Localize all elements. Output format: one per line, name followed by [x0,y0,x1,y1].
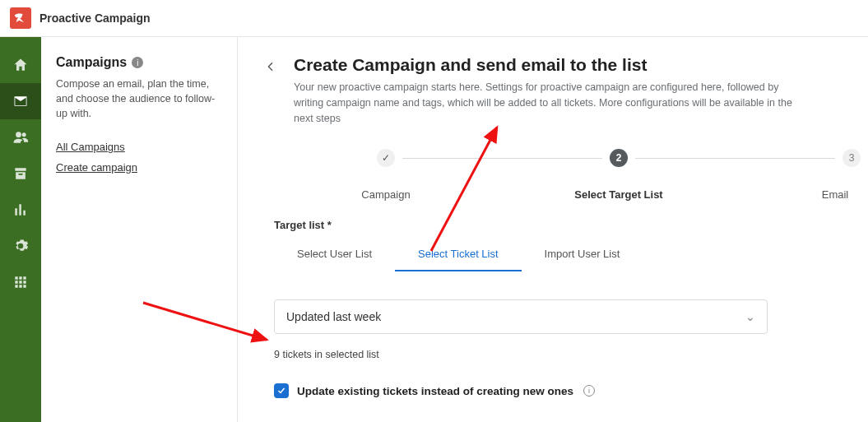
target-list-label: Target list * [274,219,868,231]
link-create-campaign[interactable]: Create campaign [56,161,222,174]
update-existing-checkbox[interactable] [274,383,289,398]
ticket-list-select[interactable]: Updated last week ⌄ [274,299,768,334]
page-title: Create Campaign and send email to the li… [294,55,800,75]
step-2[interactable]: 2 [610,149,628,167]
link-all-campaigns[interactable]: All Campaigns [56,141,222,153]
app-title: Proactive Campaign [39,12,151,25]
info-icon[interactable]: i [583,385,595,396]
nav-rail [0,37,41,422]
nav-apps[interactable] [0,264,41,300]
step-2-label: Select Target List [569,188,668,201]
nav-reports[interactable] [0,192,41,228]
step-1-label: Campaign [361,188,411,201]
app-logo [10,7,31,29]
chevron-down-icon: ⌄ [745,310,755,323]
top-bar: Proactive Campaign [0,0,868,37]
step-3-label: Email [819,188,852,201]
target-tabs: Select User List Select Ticket List Impo… [274,239,868,271]
side-desc: Compose an email, plan the time, and cho… [56,77,222,121]
ticket-list-value: Updated last week [286,310,381,323]
step-3[interactable]: 3 [842,149,861,167]
tab-select-user-list[interactable]: Select User List [274,239,395,271]
tab-import-user-list[interactable]: Import User List [522,239,643,271]
tab-select-ticket-list[interactable]: Select Ticket List [395,239,522,271]
side-panel: Campaigns i Compose an email, plan the t… [41,37,238,422]
nav-contacts[interactable] [0,119,41,155]
nav-settings[interactable] [0,228,41,264]
step-1[interactable]: ✓ [377,149,395,167]
main-content: Create Campaign and send email to the li… [238,37,868,422]
nav-home[interactable] [0,47,41,83]
nav-archive[interactable] [0,155,41,192]
side-title: Campaigns [56,55,127,70]
stepper: ✓ 2 3 [271,149,868,167]
nav-mail[interactable] [0,83,41,119]
page-description: Your new proactive campaign starts here.… [294,80,800,126]
back-chevron-icon[interactable] [262,58,279,75]
ticket-count-hint: 9 tickets in selected list [274,349,868,360]
update-existing-label: Update existing tickets instead of creat… [297,385,573,397]
info-icon: i [132,57,143,68]
